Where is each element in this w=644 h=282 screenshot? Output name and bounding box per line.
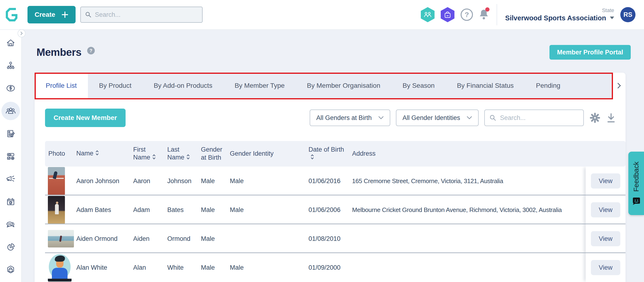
sidebar-item-marketing[interactable] <box>5 174 16 184</box>
sidebar-item-finances[interactable] <box>5 83 16 94</box>
create-button-label: Create <box>34 11 55 18</box>
sidebar-item-members[interactable] <box>5 106 16 116</box>
tab-by-product[interactable]: By Product <box>88 73 143 99</box>
member-portal-icon[interactable] <box>421 7 434 22</box>
member-first-name: Alan <box>133 264 167 271</box>
member-profile-portal-button[interactable]: Member Profile Portal <box>550 45 631 60</box>
sidebar-item-events[interactable] <box>5 196 16 207</box>
chat-icon <box>6 220 16 230</box>
create-new-member-button[interactable]: Create New Member <box>45 109 126 127</box>
organisation-level-label: State <box>505 7 614 14</box>
organisation-switcher[interactable]: State Silverwood Sports Association <box>505 7 614 22</box>
col-address: Address <box>352 150 586 158</box>
sidebar-item-messages[interactable] <box>5 219 16 230</box>
members-icon <box>5 106 16 116</box>
tab-profile-list[interactable]: Profile List <box>34 73 88 99</box>
member-dob: 01/06/2006 <box>308 206 352 214</box>
search-icon <box>85 11 92 18</box>
col-gender-at-birth: Gender at Birth <box>201 146 230 162</box>
member-first-name: Aiden <box>133 235 167 243</box>
gender-at-birth-filter[interactable]: All Genders at Birth <box>310 110 390 126</box>
table-row: Adam Bates Adam Bates Male Male 01/06/20… <box>45 195 626 224</box>
sidebar-item-registration-forms[interactable] <box>5 128 16 139</box>
sidebar-item-organisations[interactable] <box>5 60 16 71</box>
search-icon <box>490 114 496 122</box>
help-glyph: ? <box>465 11 469 19</box>
tab-pending[interactable]: Pending <box>525 73 572 99</box>
col-first-name[interactable]: First Name <box>133 146 167 162</box>
gear-icon <box>590 112 600 123</box>
help-icon[interactable]: ? <box>460 8 473 21</box>
tabs-scroll-right-button[interactable] <box>613 73 626 99</box>
gender-identity-filter[interactable]: All Gender Identities <box>396 110 478 126</box>
download-icon <box>606 112 616 123</box>
top-bar: Create ? State Silverwood Sports Associa… <box>0 0 644 30</box>
plus-icon <box>61 11 68 18</box>
member-name: Aiden Ormond <box>76 235 133 243</box>
sidebar-item-products[interactable] <box>5 151 16 162</box>
member-gender-identity: Male <box>230 177 308 185</box>
sort-icon[interactable] <box>186 154 190 162</box>
col-name[interactable]: Name <box>76 149 133 158</box>
col-photo: Photo <box>45 150 76 158</box>
create-button[interactable]: Create <box>28 6 76 23</box>
table-search-input[interactable] <box>500 114 578 122</box>
member-dob: 01/06/2016 <box>308 177 352 185</box>
view-button[interactable]: View <box>591 231 620 246</box>
sidebar-expand-button[interactable] <box>18 29 26 37</box>
dollar-icon <box>6 83 16 93</box>
chevron-down-icon <box>610 16 614 19</box>
member-address: Melbourne Cricket Ground Brunton Avenue,… <box>352 206 586 214</box>
pie-chart-icon <box>6 242 16 252</box>
download-button[interactable] <box>606 112 616 123</box>
sidebar-item-reports[interactable] <box>5 242 16 253</box>
chevron-right-icon <box>617 83 621 89</box>
topbar-right-cluster: ? State Silverwood Sports Association RS <box>421 4 636 25</box>
member-gender-at-birth: Male <box>201 235 230 243</box>
megaphone-icon <box>6 174 16 184</box>
page-help-icon[interactable]: ? <box>87 47 95 54</box>
page-help-glyph: ? <box>90 48 92 53</box>
tab-by-member-organisation[interactable]: By Member Organisation <box>296 73 392 99</box>
sidebar-item-home[interactable] <box>5 37 16 48</box>
table-settings-button[interactable] <box>590 112 600 123</box>
tab-by-member-type[interactable]: By Member Type <box>224 73 296 99</box>
member-last-name: Ormond <box>167 235 201 243</box>
member-last-name: White <box>167 264 201 271</box>
tab-by-addon-products[interactable]: By Add-on Products <box>143 73 224 99</box>
tab-by-financial-status[interactable]: By Financial Status <box>446 73 525 99</box>
chevron-down-icon <box>467 116 472 120</box>
feedback-tab[interactable]: Feedback <box>628 152 644 215</box>
page-title: Members <box>36 46 82 58</box>
shop-bag-icon[interactable] <box>441 7 454 22</box>
view-button[interactable]: View <box>591 202 620 217</box>
sort-icon[interactable] <box>152 154 156 162</box>
member-gender-identity: Male <box>230 206 308 214</box>
shop-icon <box>6 265 16 275</box>
member-name: Alan White <box>76 264 133 271</box>
view-button[interactable]: View <box>591 260 620 275</box>
col-last-name[interactable]: Last Name <box>167 146 201 162</box>
notifications-bell-icon[interactable] <box>479 9 488 20</box>
view-button[interactable]: View <box>591 173 620 189</box>
member-last-name: Bates <box>167 206 201 214</box>
sort-icon[interactable] <box>310 154 314 162</box>
sidebar-item-shop[interactable] <box>5 265 16 275</box>
gameday-logo-icon <box>4 6 20 23</box>
member-gender-at-birth: Male <box>201 264 230 271</box>
member-address: 165 Cremorne Street, Cremorne, Victoria,… <box>352 177 586 185</box>
sort-icon[interactable] <box>95 150 99 158</box>
table-toolbar: Create New Member All Genders at Birth A… <box>45 109 616 127</box>
feedback-smiley-icon <box>632 197 640 205</box>
member-first-name: Aaron <box>133 177 167 185</box>
member-photo <box>48 167 65 195</box>
member-name: Adam Bates <box>76 206 133 214</box>
member-gender-at-birth: Male <box>201 177 230 185</box>
member-photo <box>48 230 74 248</box>
avatar[interactable]: RS <box>620 7 636 22</box>
member-dob: 01/08/2010 <box>308 235 352 243</box>
col-date-of-birth[interactable]: Date of Birth <box>308 146 352 162</box>
tab-by-season[interactable]: By Season <box>392 73 446 99</box>
global-search-input[interactable] <box>95 11 198 18</box>
member-view-tabs: Profile List By Product By Add-on Produc… <box>34 73 613 99</box>
